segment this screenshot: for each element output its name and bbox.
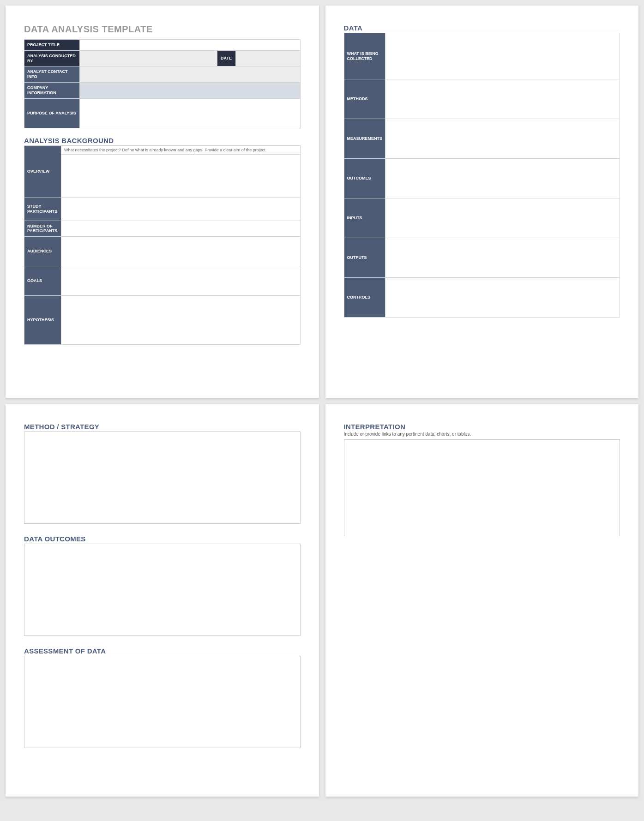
label-outcomes: OUTCOMES — [344, 159, 385, 198]
page-4: INTERPRETATION Include or provide links … — [325, 404, 639, 797]
interpretation-title: INTERPRETATION — [344, 423, 620, 431]
label-company-information: COMPANY INFORMATION — [24, 82, 80, 98]
field-outcomes[interactable] — [385, 159, 620, 198]
field-hypothesis[interactable] — [61, 296, 301, 345]
field-measurements[interactable] — [385, 119, 620, 159]
page-3: METHOD / STRATEGY DATA OUTCOMES ASSESSME… — [6, 404, 319, 797]
field-data-outcomes[interactable] — [24, 544, 301, 636]
label-hypothesis: HYPOTHESIS — [24, 296, 61, 345]
field-inputs[interactable] — [385, 198, 620, 238]
field-project-title[interactable] — [80, 40, 301, 51]
data-outcomes-title: DATA OUTCOMES — [24, 535, 301, 543]
method-strategy-title: METHOD / STRATEGY — [24, 423, 301, 431]
field-methods[interactable] — [385, 79, 620, 119]
field-number-of-participants[interactable] — [61, 221, 301, 237]
label-audiences: AUDIENCES — [24, 237, 61, 266]
label-outputs: OUTPUTS — [344, 238, 385, 278]
field-overview[interactable] — [61, 154, 301, 198]
field-what-collected[interactable] — [385, 33, 620, 79]
field-controls[interactable] — [385, 278, 620, 318]
overview-hint: What necessitates the project? Define wh… — [61, 145, 301, 154]
interpretation-subtext: Include or provide links to any pertinen… — [344, 431, 620, 437]
label-analysis-conducted-by: ANALYSIS CONDUCTED BY — [24, 50, 80, 66]
header-table: PROJECT TITLE ANALYSIS CONDUCTED BY DATE… — [24, 39, 301, 128]
field-company-information[interactable] — [80, 82, 301, 98]
field-purpose-of-analysis[interactable] — [80, 98, 301, 128]
analysis-background-title: ANALYSIS BACKGROUND — [24, 137, 301, 144]
field-date[interactable] — [235, 50, 300, 66]
field-assessment-of-data[interactable] — [24, 656, 301, 748]
label-controls: CONTROLS — [344, 278, 385, 318]
label-study-participants: STUDY PARTICIPANTS — [24, 198, 61, 221]
field-outputs[interactable] — [385, 238, 620, 278]
template-title: DATA ANALYSIS TEMPLATE — [24, 24, 301, 35]
label-methods: METHODS — [344, 79, 385, 119]
label-measurements: MEASUREMENTS — [344, 119, 385, 159]
page-2: DATA WHAT IS BEING COLLECTED METHODS MEA… — [325, 6, 639, 398]
field-goals[interactable] — [61, 266, 301, 296]
label-analyst-contact-info: ANALYST CONTACT INFO — [24, 66, 80, 83]
field-audiences[interactable] — [61, 237, 301, 266]
label-project-title: PROJECT TITLE — [24, 40, 80, 51]
assessment-of-data-title: ASSESSMENT OF DATA — [24, 647, 301, 655]
field-interpretation[interactable] — [344, 439, 620, 536]
label-date: DATE — [217, 50, 235, 66]
background-table: OVERVIEW What necessitates the project? … — [24, 145, 301, 345]
data-section-title: DATA — [344, 24, 620, 32]
label-overview: OVERVIEW — [24, 145, 61, 198]
field-study-participants[interactable] — [61, 198, 301, 221]
label-what-collected: WHAT IS BEING COLLECTED — [344, 33, 385, 79]
field-analyst-contact-info[interactable] — [80, 66, 301, 83]
label-inputs: INPUTS — [344, 198, 385, 238]
label-goals: GOALS — [24, 266, 61, 296]
page-1: DATA ANALYSIS TEMPLATE PROJECT TITLE ANA… — [6, 6, 319, 398]
field-analysis-conducted-by[interactable] — [80, 50, 217, 66]
label-purpose-of-analysis: PURPOSE OF ANALYSIS — [24, 98, 80, 128]
label-number-of-participants: NUMBER OF PARTICIPANTS — [24, 221, 61, 237]
data-table: WHAT IS BEING COLLECTED METHODS MEASUREM… — [344, 33, 620, 318]
field-method-strategy[interactable] — [24, 431, 301, 524]
